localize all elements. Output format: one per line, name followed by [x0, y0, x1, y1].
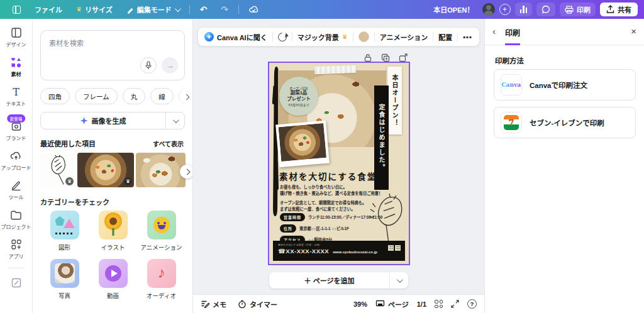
- search-submit-button[interactable]: →: [162, 57, 178, 74]
- sidebar-item-projects[interactable]: プロジェクト: [1, 209, 31, 230]
- grid-view-icon[interactable]: [435, 300, 443, 308]
- sidebar-item-design[interactable]: デザイン: [6, 26, 26, 48]
- save-status-button[interactable]: [244, 3, 264, 17]
- print-at-seven-eleven-option[interactable]: 7 セブン-イレブンで印刷: [494, 107, 636, 138]
- chip-line[interactable]: 線: [150, 88, 174, 104]
- polaroid-photo[interactable]: [275, 121, 330, 168]
- illustration-category-icon: [99, 211, 128, 239]
- chip-circle[interactable]: 丸: [123, 88, 146, 104]
- sidebar-item-photo-editor[interactable]: [10, 277, 23, 289]
- qr-code-icon: [395, 245, 401, 251]
- vertical-headline-white[interactable]: 本日オープン！: [387, 67, 402, 135]
- open-campaign-badge[interactable]: オープン記念 副菜1品 プレゼント XX月XX日まで: [279, 77, 318, 116]
- duplicate-page-icon[interactable]: [381, 53, 390, 62]
- print-with-canva-option[interactable]: Canva Canvaで印刷注文: [494, 69, 636, 101]
- flyer-title[interactable]: 素材を大切にする食堂: [279, 170, 402, 182]
- recent-item-photo-1[interactable]: ♛: [77, 153, 134, 187]
- recent-item-photo-2[interactable]: [136, 153, 186, 187]
- divider: [272, 32, 273, 41]
- flyer-footer[interactable]: 素材を大切にする食堂（代表：山田） ☎XX-XXX-XXXX www.syoku…: [273, 241, 405, 261]
- divider: [353, 32, 353, 41]
- audio-category-icon: ♪: [147, 259, 176, 288]
- body-line: お昼も夜も、しっかり食べたい日に。: [280, 184, 402, 190]
- generate-image-button[interactable]: 画像を生成: [40, 112, 185, 129]
- chip-square[interactable]: 四角: [40, 88, 70, 104]
- sidebar-item-tools[interactable]: ツール: [9, 179, 24, 200]
- back-button[interactable]: ‹: [492, 26, 496, 36]
- generate-image-dropdown[interactable]: [165, 113, 184, 129]
- flyer-body-paragraph-2[interactable]: オープン記念として、期間限定でお得な特典も。 まずは気軽に一度、食べに来てくださ…: [280, 200, 402, 212]
- resize-menu[interactable]: ♛リサイズ: [71, 2, 118, 17]
- info-value: 東京都○○区-1-1-1 ○○ビル1F: [299, 226, 349, 231]
- file-menu[interactable]: ファイル: [30, 2, 67, 17]
- category-audio[interactable]: ♪ オーディオ: [137, 259, 186, 300]
- edit-mode-label: 編集モード: [137, 4, 172, 14]
- background-color-swatch[interactable]: [358, 31, 369, 42]
- sidebar-item-text[interactable]: T テキスト: [6, 85, 26, 107]
- category-label: 図形: [58, 243, 70, 251]
- category-photos[interactable]: 写真: [40, 259, 89, 300]
- sidebar-item-apps[interactable]: アプリ: [9, 238, 24, 260]
- sidebar-item-brand[interactable]: 新登場 ブランド: [6, 120, 26, 141]
- pages-button[interactable]: ページ: [375, 299, 409, 309]
- qr-codes: [388, 245, 401, 251]
- notes-button[interactable]: メモ: [201, 299, 226, 309]
- comments-button[interactable]: [536, 3, 555, 16]
- body-line: まずは気軽に一度、食べに来てください。: [280, 206, 402, 212]
- timer-button[interactable]: タイマー: [238, 299, 277, 309]
- category-shapes[interactable]: 図形: [40, 211, 89, 251]
- add-page-dropdown[interactable]: [389, 272, 408, 288]
- position-button[interactable]: 配置: [438, 32, 452, 42]
- voice-search-button[interactable]: [140, 57, 157, 74]
- search-box[interactable]: 素材を検索 →: [40, 30, 185, 80]
- lock-icon[interactable]: [364, 53, 372, 62]
- recent-scroll-right-button[interactable]: [180, 165, 193, 178]
- zoom-level[interactable]: 39%: [353, 300, 367, 308]
- category-videos[interactable]: 動画: [89, 259, 137, 300]
- close-panel-button[interactable]: ×: [631, 26, 636, 36]
- design-page[interactable]: オープン記念 副菜1品 プレゼント XX月XX日まで 本日オープン！ 定食はじめ…: [269, 63, 409, 264]
- chips-scroll-right[interactable]: [176, 87, 192, 107]
- help-button[interactable]: ?: [467, 299, 477, 309]
- body-line: 揚げ物・焼き魚・煮込みなど、選べる定食を毎日ご用意！: [280, 190, 402, 197]
- fullscreen-icon[interactable]: [451, 300, 459, 308]
- print-panel-header: ‹ 印刷 ×: [485, 19, 644, 45]
- shop-info-rows[interactable]: 営業時間 ランチ11:00-15:00／ディナー17:00-21:00 住所 東…: [280, 213, 382, 244]
- recent-item-sketch[interactable]: ♛: [40, 153, 75, 187]
- sidebar-item-elements[interactable]: 素材: [10, 56, 23, 77]
- redo-button[interactable]: ↷: [216, 2, 233, 17]
- magic-background-button[interactable]: マジック背景 ♛: [297, 32, 348, 42]
- toggle-sidebar-button[interactable]: [8, 3, 26, 16]
- category-animation[interactable]: アニメーション: [137, 211, 186, 251]
- folder-icon: [10, 209, 23, 221]
- chip-frame[interactable]: フレーム: [75, 88, 118, 104]
- print-button[interactable]: 印刷: [560, 3, 596, 16]
- canva-logo-icon: Canva: [501, 74, 522, 96]
- edit-mode-menu[interactable]: 編集モード: [121, 2, 184, 17]
- info-label: 住所: [280, 224, 296, 233]
- regenerate-icon[interactable]: [276, 31, 289, 43]
- move-page-icon[interactable]: [399, 53, 408, 62]
- tools-pen-icon: [10, 179, 23, 192]
- share-button[interactable]: 共有: [600, 3, 638, 16]
- insights-button[interactable]: [515, 3, 533, 16]
- generate-image-label: 画像を生成: [92, 116, 126, 126]
- sidebar-item-uploads[interactable]: アップロード: [1, 150, 31, 171]
- undo-button[interactable]: ↶: [195, 2, 213, 17]
- avatar[interactable]: [482, 3, 495, 16]
- animation-category-icon: [147, 211, 176, 239]
- add-member-button[interactable]: +: [499, 4, 511, 15]
- animate-label: アニメーション: [380, 32, 428, 42]
- chevron-down-icon: [175, 6, 181, 12]
- flyer-body-paragraph-1[interactable]: お昼も夜も、しっかり食べたい日に。 揚げ物・焼き魚・煮込みなど、選べる定食を毎日…: [280, 184, 402, 197]
- tab-print[interactable]: 印刷: [505, 27, 520, 45]
- animate-button[interactable]: アニメーション: [380, 32, 428, 42]
- category-illustration[interactable]: イラスト: [89, 211, 137, 251]
- recent-items: ♛ ♛: [40, 153, 186, 187]
- add-page-button[interactable]: ＋ ページを追加: [269, 272, 408, 288]
- more-options-button[interactable]: •••: [463, 33, 472, 41]
- document-title[interactable]: 本日OPEN！: [433, 4, 474, 14]
- add-page-label: ＋ ページを追加: [269, 275, 389, 285]
- see-all-link[interactable]: すべて表示: [153, 139, 184, 148]
- ask-canva-ai-button[interactable]: Canva AIに聞く: [204, 32, 267, 42]
